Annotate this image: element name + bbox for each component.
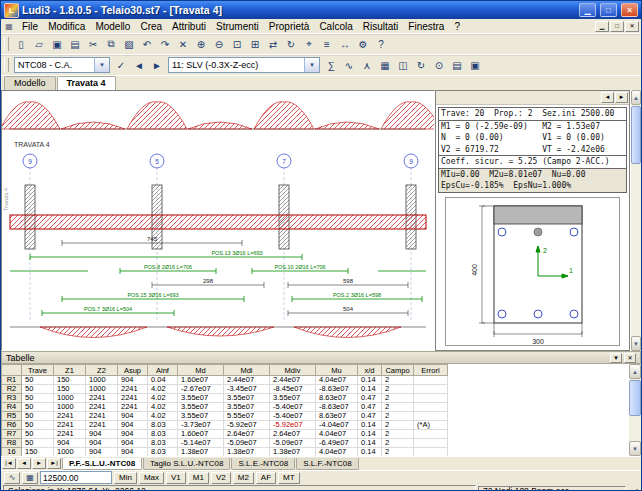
grid-cell[interactable]: 0.47 (358, 394, 382, 403)
loadcase-combobox[interactable]: 11: SLV (-0.3X-Z-ecc) ▼ (168, 57, 320, 73)
row-header-cell[interactable]: R6 (2, 421, 22, 430)
grid-cell[interactable]: 2 (382, 448, 414, 457)
last-tab-button[interactable]: ►| (47, 458, 61, 469)
grid-cell[interactable]: 904 (86, 448, 118, 457)
grid-cell[interactable]: -5.09e07 (270, 439, 316, 448)
grid-cell[interactable]: 1.38e07 (224, 448, 270, 457)
scrollbar-thumb[interactable] (631, 106, 641, 164)
grid-cell[interactable]: 1.60e07 (178, 376, 224, 385)
grid-cell[interactable]: 2241 (54, 412, 86, 421)
grid-cell[interactable]: 904 (54, 439, 86, 448)
grid-cell[interactable]: 1.38e07 (270, 448, 316, 457)
grid-cell[interactable]: 50 (22, 421, 54, 430)
row-header-cell[interactable]: R1 (2, 376, 22, 385)
panel-close-button[interactable]: ✕ (624, 353, 636, 363)
menu-item-item[interactable]: ? (449, 20, 465, 33)
grid-cell[interactable]: 150 (54, 376, 86, 385)
table-row[interactable]: R550224122419044.023.55e075.55e07-5.40e0… (2, 412, 448, 421)
grid-cell[interactable]: 2.44e07 (224, 376, 270, 385)
btn-mt[interactable]: MT (278, 472, 300, 484)
grid-cell[interactable]: 50 (22, 385, 54, 394)
grid-cell[interactable]: 2241 (118, 394, 148, 403)
col-asup[interactable]: Asup (118, 365, 148, 376)
redo-button[interactable]: ↷ (156, 36, 174, 53)
grid-cell[interactable]: 50 (22, 430, 54, 439)
envelope-button[interactable]: ⋏ (358, 57, 376, 74)
grid-cell[interactable]: -6.49e07 (316, 439, 358, 448)
grid-cell[interactable]: 0.14 (358, 376, 382, 385)
row-header-cell[interactable]: R8 (2, 439, 22, 448)
grid-cell[interactable]: 2 (382, 412, 414, 421)
grid-cell[interactable]: 2.64e07 (224, 430, 270, 439)
zoom-in-button[interactable]: ⊕ (192, 36, 210, 53)
grid-cell[interactable] (414, 376, 448, 385)
grid-cell[interactable]: -3.73e07 (178, 421, 224, 430)
grid-cell[interactable]: 50 (22, 439, 54, 448)
grid-cell[interactable]: -5.92e07 (270, 421, 316, 430)
table-row[interactable]: R8509049049048.03-5.14e07-5.09e07-5.09e0… (2, 439, 448, 448)
grid-cell[interactable]: 2 (382, 394, 414, 403)
grid-cell[interactable]: 8.63e07 (316, 412, 358, 421)
grid-cell[interactable]: -5.40e07 (270, 412, 316, 421)
table-row[interactable]: R75022419049048.031.60e072.64e072.64e074… (2, 430, 448, 439)
row-header-cell[interactable]: R5 (2, 412, 22, 421)
pan-button[interactable]: ⇄ (264, 36, 282, 53)
col-rowhead[interactable] (2, 365, 22, 376)
grid-scrollbar[interactable]: ▲ ▼ (628, 364, 641, 456)
undo-button[interactable]: ↶ (138, 36, 156, 53)
code-combobox[interactable]: NTC08 - C.A. ▼ (14, 57, 110, 73)
menu-item-attributi[interactable]: Attributi (167, 20, 211, 33)
row-header-cell[interactable]: R4 (2, 403, 22, 412)
btn-m1[interactable]: M1 (188, 472, 209, 484)
grid-cell[interactable]: 3.55e07 (224, 403, 270, 412)
mdi-restore-button[interactable]: □ (610, 21, 624, 32)
numeric-table-button[interactable]: ▦ (376, 57, 394, 74)
grid-cell[interactable]: -2.67e07 (178, 385, 224, 394)
layers-button[interactable]: ≡ (318, 36, 336, 53)
close-button[interactable]: ✕ (621, 3, 638, 17)
grid-cell[interactable]: 904 (118, 430, 148, 439)
grid-cell[interactable]: 904 (118, 439, 148, 448)
minimize-button[interactable]: ▁ (579, 3, 596, 17)
menu-item-modifica[interactable]: Modifica (43, 20, 90, 33)
grid-tab-s-l-e-ntc08[interactable]: S.L.E.-NTC08 (231, 458, 295, 470)
menu-item-crea[interactable]: Crea (135, 20, 167, 33)
grid-cell[interactable]: 904 (86, 439, 118, 448)
grid-cell[interactable]: 2241 (118, 385, 148, 394)
grid-cell[interactable] (414, 394, 448, 403)
next-tab-button[interactable]: ► (32, 458, 46, 469)
beam-strip[interactable] (10, 215, 426, 229)
row-header-cell[interactable]: R7 (2, 430, 22, 439)
grid-cell[interactable]: 2241 (118, 403, 148, 412)
zoom-out-button[interactable]: ⊖ (210, 36, 228, 53)
grid-cell[interactable]: 50 (22, 394, 54, 403)
tab-travata-4[interactable]: Travata 4 (57, 76, 116, 90)
scale-value-input[interactable] (40, 471, 112, 484)
new-button[interactable]: ▯ (12, 36, 30, 53)
grid-cell[interactable]: 1000 (54, 394, 86, 403)
maximize-button[interactable]: □ (600, 3, 617, 17)
help-button[interactable]: ? (372, 36, 390, 53)
grid-cell[interactable] (414, 448, 448, 457)
grid-cell[interactable]: 2241 (86, 403, 118, 412)
panel-scrollbar[interactable]: ▲ ▼ (630, 90, 641, 351)
drawing-canvas[interactable]: Travata 4 TRAVATA 4 (1, 90, 435, 351)
grid-cell[interactable]: 2 (382, 439, 414, 448)
diagram-button[interactable]: ∿ (340, 57, 358, 74)
grid-cell[interactable]: 2 (382, 421, 414, 430)
grid-cell[interactable]: 1000 (86, 385, 118, 394)
results-button[interactable]: ∑ (322, 57, 340, 74)
grid-cell[interactable]: -5.92e07 (224, 421, 270, 430)
menu-item-risultati[interactable]: Risultati (358, 20, 404, 33)
grid-cell[interactable]: 2.44e07 (270, 376, 316, 385)
col-x-d[interactable]: x/d (358, 365, 382, 376)
prev-tab-button[interactable]: ◄ (17, 458, 31, 469)
menu-item-calcola[interactable]: Calcola (314, 20, 357, 33)
btn-v2[interactable]: V2 (211, 472, 231, 484)
scroll-down-icon[interactable]: ▼ (629, 441, 641, 456)
grid-cell[interactable]: 2 (382, 430, 414, 439)
btn-af[interactable]: AF (256, 472, 276, 484)
grid-cell[interactable]: 50 (22, 376, 54, 385)
row-header-cell[interactable]: R3 (2, 394, 22, 403)
prev-result-button[interactable]: ◄ (601, 92, 614, 103)
